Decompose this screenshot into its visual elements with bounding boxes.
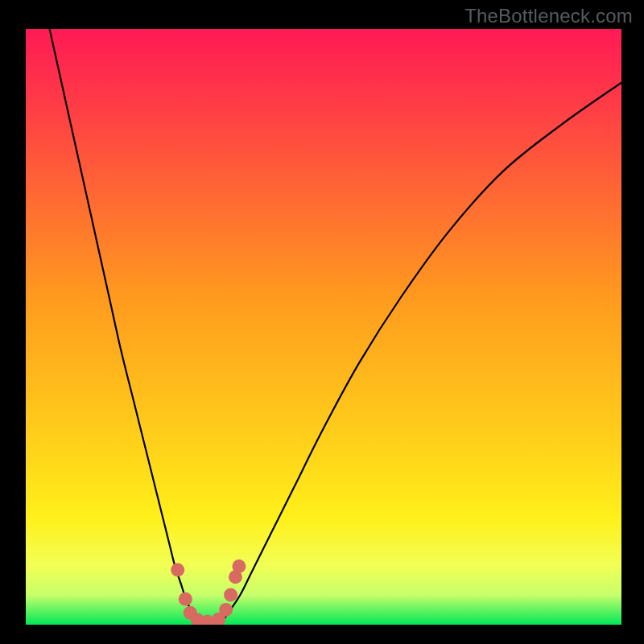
marker-dot	[219, 603, 233, 617]
plot-area	[26, 29, 621, 625]
marker-dot	[179, 592, 192, 606]
marker-dot	[171, 563, 184, 576]
watermark-text: TheBottleneck.com	[464, 5, 633, 27]
plot-svg	[26, 29, 621, 625]
chart-frame: TheBottleneck.com	[0, 0, 644, 644]
marker-dot	[224, 588, 237, 602]
marker-dot	[232, 559, 246, 573]
